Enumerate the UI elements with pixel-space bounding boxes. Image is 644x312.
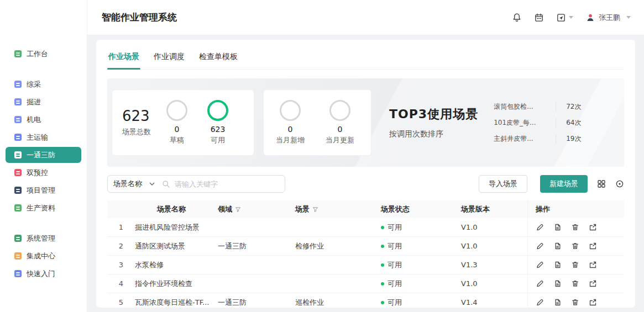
row-actions (527, 237, 624, 255)
delete-icon[interactable] (571, 261, 579, 269)
export-icon[interactable] (589, 298, 597, 306)
sidebar-item[interactable]: 集成中心 (6, 248, 81, 264)
sidebar-item[interactable]: 双预控 (6, 165, 81, 181)
delete-icon[interactable] (571, 242, 579, 250)
tab[interactable]: 检查单模板 (198, 46, 239, 69)
sidebar-item-label: 项目管理 (27, 186, 55, 195)
top3-item: 主斜井皮带... 19次 (494, 131, 590, 147)
scene-total: 623 场景总数 (122, 108, 151, 138)
sidebar-item-label: 快速入门 (27, 269, 55, 279)
search-bar: 场景名称 (107, 175, 285, 193)
quick-nav-icon[interactable] (556, 13, 573, 23)
version-cell: V1.0 (461, 223, 527, 231)
tab[interactable]: 作业调度 (153, 46, 186, 69)
sidebar-item[interactable]: 生产资料 (6, 200, 81, 216)
scene-table: 场景名称 领域 场景 场景状态 场景版本 操作 (107, 200, 624, 308)
copy-icon[interactable] (553, 261, 562, 269)
tab[interactable]: 作业场景 (107, 46, 140, 69)
user-menu[interactable]: 张王鹏 (585, 13, 631, 23)
edit-icon[interactable] (536, 261, 544, 269)
dual-prevention-icon (14, 169, 22, 176)
export-icon[interactable] (589, 223, 597, 231)
user-name: 张王鹏 (599, 13, 620, 23)
column-settings-icon[interactable] (615, 179, 624, 188)
ring-icon (166, 100, 187, 121)
delete-icon[interactable] (571, 279, 579, 288)
delete-icon[interactable] (571, 298, 579, 306)
top3-panel: TOP3使用场景 按调用次数排序 滚筒包胶检... 72次 (389, 99, 590, 147)
status-dot (381, 226, 384, 229)
export-icon[interactable] (589, 261, 597, 269)
sidebar-item[interactable]: 综采 (6, 76, 81, 92)
version-header: 场景版本 (461, 204, 527, 214)
scene-type-cell: 检修作业 (295, 241, 381, 251)
keyword-input[interactable] (175, 180, 279, 188)
row-index: 4 (107, 279, 135, 288)
version-cell: V1.3 (461, 261, 527, 269)
ring-icon (280, 100, 301, 121)
filter-icon[interactable] (235, 207, 241, 213)
status-dot (381, 301, 384, 304)
monthly-stats-card: 0 当月新增 0 当月更新 (263, 89, 371, 156)
sidebar-item-label: 主运输 (27, 133, 48, 142)
edit-icon[interactable] (536, 242, 544, 250)
sidebar-item[interactable]: 项目管理 (6, 182, 81, 198)
page-title: 智能作业管理系统 (102, 11, 177, 24)
sidebar-item[interactable]: 一通三防 (6, 147, 81, 163)
scene-total-card: 623 场景总数 0 草稿 (112, 89, 254, 156)
grid-view-icon[interactable] (597, 179, 606, 188)
tunneling-icon (14, 98, 22, 105)
top3-title: TOP3使用场景 (389, 106, 478, 123)
sidebar-item[interactable]: 掘进 (6, 94, 81, 110)
name-header: 场景名称 (135, 204, 218, 214)
sidebar-item[interactable]: 机电 (6, 112, 81, 128)
search-field-select[interactable]: 场景名称 (113, 179, 157, 189)
sidebar-item-label: 双预控 (27, 168, 48, 178)
sidebar-item-label: 集成中心 (27, 251, 55, 261)
bell-icon[interactable] (512, 13, 522, 23)
table-row[interactable]: 3 水泵检修 可用 V1.3 (107, 256, 624, 274)
scene-name-cell: 通防区测试场景 (135, 241, 218, 251)
edit-icon[interactable] (536, 279, 544, 288)
top3-item: 滚筒包胶检... 72次 (494, 99, 590, 115)
edit-icon[interactable] (536, 298, 544, 306)
status-cell: 可用 (381, 260, 461, 270)
copy-icon[interactable] (553, 279, 562, 288)
top3-item-name: 主斜井皮带... (494, 134, 556, 144)
sidebar-item[interactable]: 主运输 (6, 129, 81, 145)
stat-ring: 623 可用 (207, 100, 228, 145)
table-row[interactable]: 5 瓦斯浓度每日巡检-TF... 一通三防 巡检作业 可用 V1.4 (107, 293, 624, 308)
copy-icon[interactable] (553, 242, 562, 250)
edit-icon[interactable] (536, 223, 544, 231)
table-row[interactable]: 2 通防区测试场景 一通三防 检修作业 可用 V1.0 (107, 237, 624, 256)
sidebar-item-label: 掘进 (27, 97, 41, 107)
copy-icon[interactable] (553, 298, 562, 306)
import-scene-button[interactable]: 导入场景 (479, 175, 527, 193)
delete-icon[interactable] (571, 223, 579, 231)
version-cell: V1.4 (461, 298, 527, 306)
row-actions (527, 274, 624, 293)
create-scene-button[interactable]: 新建场景 (540, 175, 588, 193)
sidebar-item-label: 机电 (27, 115, 41, 125)
sidebar-item[interactable]: 系统管理 (6, 230, 81, 246)
chevron-down-icon (569, 16, 573, 19)
ring-icon (207, 100, 228, 121)
row-index: 1 (107, 223, 135, 231)
copy-icon[interactable] (553, 223, 562, 231)
electromechanical-icon (14, 116, 22, 123)
table-row[interactable]: 1 掘进机风险管控场景 可用 V1.0 (107, 218, 624, 237)
sidebar-item[interactable]: 快速入门 (6, 266, 81, 282)
export-icon[interactable] (589, 279, 597, 288)
workbench-icon (14, 50, 22, 57)
status-dot (381, 245, 384, 248)
sidebar-item[interactable]: 工作台 (6, 46, 81, 62)
filter-icon[interactable] (312, 207, 318, 213)
table-header-row: 场景名称 领域 场景 场景状态 场景版本 操作 (107, 200, 624, 218)
export-icon[interactable] (589, 242, 597, 250)
table-row[interactable]: 4 指令作业环境检查 可用 V1.0 (107, 274, 624, 293)
ventilation-icon (14, 151, 22, 158)
scene-type-cell: 巡检作业 (295, 298, 381, 308)
sidebar-item-label: 综采 (27, 80, 41, 89)
row-actions (527, 256, 624, 274)
calendar-icon[interactable] (534, 13, 544, 23)
